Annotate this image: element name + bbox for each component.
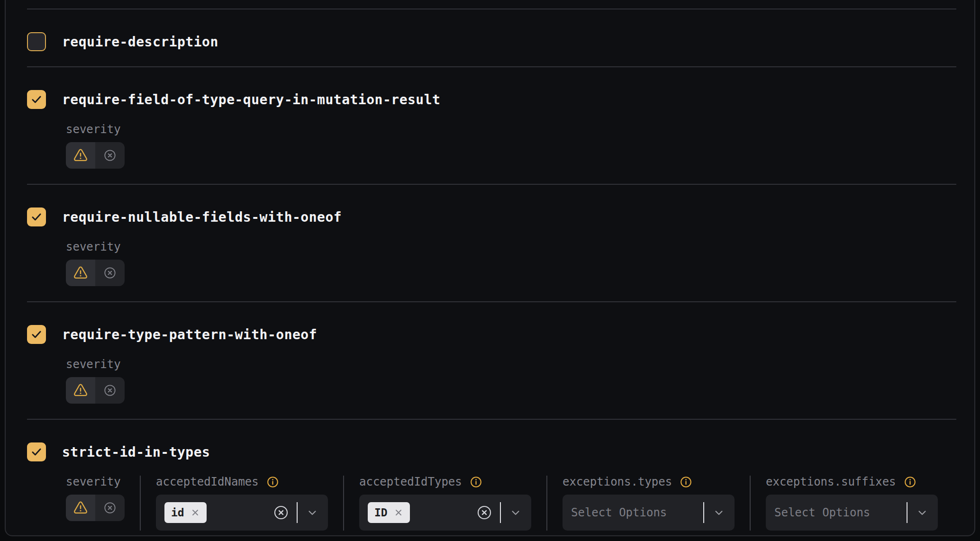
severity-warn-button[interactable] — [66, 260, 95, 286]
warning-icon — [73, 265, 88, 280]
severity-off-button[interactable] — [95, 495, 125, 521]
rule-title: require-field-of-type-query-in-mutation-… — [62, 92, 440, 108]
severity-group: severity — [66, 357, 125, 404]
rule-checkbox-checked[interactable] — [27, 325, 46, 344]
severity-warn-button[interactable] — [66, 377, 95, 404]
circle-x-icon — [103, 149, 117, 162]
group-divider — [140, 476, 141, 531]
chevron-down-icon[interactable] — [509, 506, 522, 519]
tag-label: id — [171, 506, 184, 519]
severity-group: severity — [66, 240, 125, 286]
rule-row: require-nullable-fields-with-oneof sever… — [27, 184, 956, 301]
rule-header: require-description — [27, 32, 956, 51]
rule-title: require-description — [62, 34, 218, 50]
rule-config: severity — [66, 357, 956, 404]
rule-config: severity — [66, 122, 956, 169]
severity-toggle — [66, 260, 125, 286]
rule-row: strict-id-in-types severity — [27, 419, 956, 541]
group-divider — [546, 476, 547, 531]
rule-header: require-type-pattern-with-oneof — [27, 325, 956, 344]
info-icon[interactable] — [470, 476, 482, 488]
clear-all-icon[interactable] — [273, 505, 289, 521]
severity-label: severity — [66, 123, 121, 136]
rule-config: severity acceptedIdNames — [66, 475, 956, 531]
circle-x-icon — [103, 501, 117, 514]
rule-checkbox-checked[interactable] — [27, 442, 46, 461]
option-label: exceptions.suffixes — [766, 475, 896, 488]
option-group-acceptedIdNames: acceptedIdNames id — [156, 475, 328, 531]
group-divider — [343, 476, 344, 531]
remove-tag-icon[interactable] — [191, 508, 200, 517]
severity-off-button[interactable] — [95, 377, 125, 404]
group-divider — [750, 476, 751, 531]
select-placeholder: Select Options — [571, 506, 667, 519]
checkmark-icon — [30, 211, 43, 223]
severity-off-button[interactable] — [95, 260, 125, 286]
rule-title: strict-id-in-types — [62, 444, 210, 460]
chevron-down-icon[interactable] — [916, 506, 928, 519]
select-separator — [907, 502, 907, 523]
select-separator — [500, 502, 501, 523]
severity-group: severity — [66, 122, 125, 169]
warning-icon — [73, 383, 88, 398]
select-separator — [703, 502, 704, 523]
circle-x-icon — [103, 384, 117, 397]
severity-label: severity — [66, 240, 121, 253]
rule-config: severity — [66, 240, 956, 286]
chevron-down-icon[interactable] — [713, 506, 725, 519]
select-separator — [297, 502, 298, 523]
selected-tag: id — [164, 502, 207, 523]
multiselect-acceptedIdNames[interactable]: id — [156, 495, 328, 531]
rule-row: require-type-pattern-with-oneof severity — [27, 301, 956, 419]
chevron-down-icon[interactable] — [306, 506, 318, 519]
severity-toggle — [66, 495, 125, 521]
checkmark-icon — [30, 328, 43, 341]
rule-header: require-field-of-type-query-in-mutation-… — [27, 90, 956, 109]
multiselect-acceptedIdTypes[interactable]: ID — [359, 495, 531, 531]
rule-row: require-field-of-type-query-in-mutation-… — [27, 66, 956, 184]
option-group-exceptions-types: exceptions.types Select Options — [563, 475, 735, 531]
selected-tag: ID — [368, 502, 410, 523]
option-label: exceptions.types — [563, 475, 672, 488]
rule-checkbox-checked[interactable] — [27, 90, 46, 109]
info-icon[interactable] — [904, 476, 916, 488]
tag-label: ID — [374, 506, 388, 519]
rule-header: require-nullable-fields-with-oneof — [27, 207, 956, 226]
option-label: acceptedIdNames — [156, 475, 259, 488]
lint-rules-panel: require-description require-field-of-typ… — [5, 0, 975, 536]
warning-icon — [73, 500, 88, 515]
warning-icon — [73, 148, 88, 163]
multiselect-exceptions-suffixes[interactable]: Select Options — [766, 495, 938, 531]
option-group-acceptedIdTypes: acceptedIdTypes ID — [359, 475, 531, 531]
checkmark-icon — [30, 446, 43, 458]
rule-title: require-nullable-fields-with-oneof — [62, 209, 342, 225]
rule-checkbox-unchecked[interactable] — [27, 32, 46, 51]
select-placeholder: Select Options — [774, 506, 870, 519]
option-group-exceptions-suffixes: exceptions.suffixes Select Options — [766, 475, 938, 531]
multiselect-exceptions-types[interactable]: Select Options — [563, 495, 735, 531]
circle-x-icon — [103, 266, 117, 280]
rule-checkbox-checked[interactable] — [27, 207, 46, 226]
rule-title: require-type-pattern-with-oneof — [62, 327, 317, 343]
clear-all-icon[interactable] — [476, 505, 492, 521]
info-icon[interactable] — [680, 476, 692, 488]
severity-label: severity — [66, 358, 121, 371]
severity-label: severity — [66, 475, 121, 488]
remove-tag-icon[interactable] — [394, 508, 403, 517]
severity-group: severity — [66, 475, 125, 531]
option-label: acceptedIdTypes — [359, 475, 462, 488]
severity-toggle — [66, 377, 125, 404]
severity-toggle — [66, 142, 125, 169]
rule-header: strict-id-in-types — [27, 442, 956, 461]
severity-off-button[interactable] — [95, 142, 125, 169]
severity-warn-button[interactable] — [66, 495, 95, 521]
checkmark-icon — [30, 93, 43, 106]
info-icon[interactable] — [266, 476, 279, 488]
rule-row: require-description — [27, 9, 956, 66]
severity-warn-button[interactable] — [66, 142, 95, 169]
